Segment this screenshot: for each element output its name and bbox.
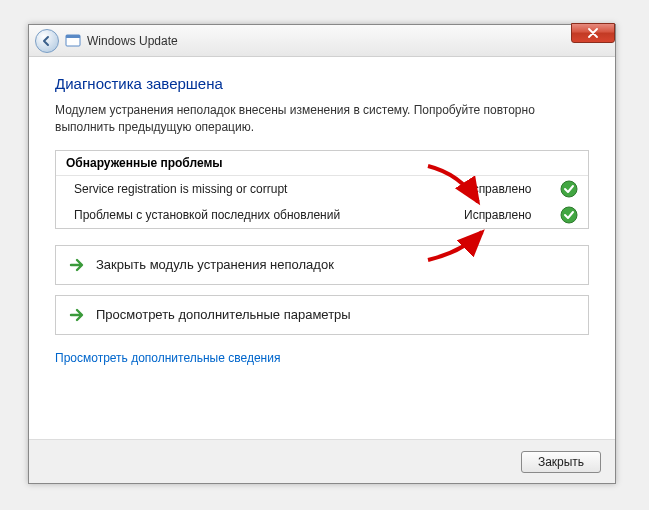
window-title: Windows Update xyxy=(87,34,178,48)
close-icon xyxy=(587,28,599,38)
problem-status: Исправлено xyxy=(464,208,544,222)
page-heading: Диагностика завершена xyxy=(55,75,589,92)
close-troubleshooter-action[interactable]: Закрыть модуль устранения неполадок xyxy=(55,245,589,285)
view-details-link[interactable]: Просмотреть дополнительные сведения xyxy=(55,351,280,365)
app-icon xyxy=(65,33,81,49)
back-button[interactable] xyxy=(35,29,59,53)
back-arrow-icon xyxy=(41,35,53,47)
svg-point-2 xyxy=(561,181,577,197)
svg-point-3 xyxy=(561,207,577,223)
arrow-right-icon xyxy=(68,306,86,324)
problem-name: Проблемы с установкой последних обновлен… xyxy=(74,208,464,222)
check-icon xyxy=(560,180,578,198)
troubleshooter-window: Windows Update Диагностика завершена Мод… xyxy=(28,24,616,484)
problems-panel: Обнаруженные проблемы Service registrati… xyxy=(55,150,589,229)
content-area: Диагностика завершена Модулем устранения… xyxy=(29,57,615,379)
problem-name: Service registration is missing or corru… xyxy=(74,182,464,196)
footer: Закрыть xyxy=(29,439,615,483)
page-subtext: Модулем устранения неполадок внесены изм… xyxy=(55,102,589,136)
close-button[interactable]: Закрыть xyxy=(521,451,601,473)
problem-status: Исправлено xyxy=(464,182,544,196)
problems-header: Обнаруженные проблемы xyxy=(56,151,588,176)
problem-row: Проблемы с установкой последних обновлен… xyxy=(56,202,588,228)
titlebar: Windows Update xyxy=(29,25,615,57)
action-label: Закрыть модуль устранения неполадок xyxy=(96,257,334,272)
svg-rect-1 xyxy=(66,35,80,38)
close-window-button[interactable] xyxy=(571,23,615,43)
arrow-right-icon xyxy=(68,256,86,274)
problem-row: Service registration is missing or corru… xyxy=(56,176,588,202)
view-additional-options-action[interactable]: Просмотреть дополнительные параметры xyxy=(55,295,589,335)
action-label: Просмотреть дополнительные параметры xyxy=(96,307,351,322)
check-icon xyxy=(560,206,578,224)
close-button-label: Закрыть xyxy=(538,455,584,469)
